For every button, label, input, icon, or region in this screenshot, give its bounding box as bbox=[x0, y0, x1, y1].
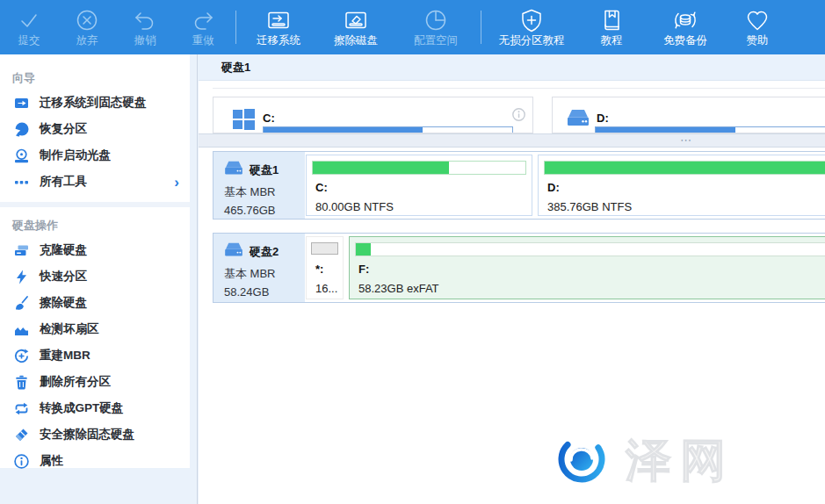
partition-label: F: bbox=[358, 263, 369, 276]
sidebar-item-all-tools[interactable]: 所有工具 › bbox=[0, 169, 190, 195]
redo-button[interactable]: 重做 bbox=[174, 0, 232, 54]
partition-d[interactable]: D: 385.76GB NTFS bbox=[538, 155, 825, 216]
sidebar-section-wizards: 向导 迁移系统到固态硬盘 恢复分区 制作启动光盘 所有工具 › bbox=[0, 54, 190, 195]
sidebar-item-label: 删除所有分区 bbox=[40, 374, 111, 390]
sidebar-item-delete-all-partitions[interactable]: 删除所有分区 bbox=[0, 369, 190, 395]
clone-disk-icon bbox=[14, 243, 29, 258]
sidebar-section-disk-operations: 硬盘操作 克隆硬盘 快速分区 擦除硬盘 检测坏扇区 bbox=[0, 207, 190, 474]
lossless-tutorial-button[interactable]: 无损分区教程 bbox=[485, 0, 578, 54]
sidebar-item-label: 重建MBR bbox=[40, 348, 90, 364]
partition-usage-fill bbox=[313, 162, 449, 174]
overview-card-c[interactable]: C: bbox=[213, 97, 533, 133]
partition-assistant-window: { "toolbar": { "items": [ { "label": "提交… bbox=[0, 0, 825, 504]
donate-label: 赞助 bbox=[747, 34, 769, 47]
delete-partitions-icon bbox=[14, 375, 29, 390]
usage-bar bbox=[263, 126, 513, 133]
all-tools-icon bbox=[14, 175, 29, 190]
watermark-text: 泽网 bbox=[626, 430, 735, 492]
sidebar-item-quick-partition[interactable]: 快速分区 bbox=[0, 263, 190, 290]
allocate-space-button[interactable]: 配置空间 bbox=[394, 0, 477, 54]
sidebar-item-migrate-os[interactable]: 迁移系统到固态硬盘 bbox=[0, 90, 190, 116]
divider-line bbox=[213, 88, 825, 89]
partition-info: 16... bbox=[315, 282, 337, 295]
main-panel: 硬盘1 C: D: ⋯ 硬盘 bbox=[199, 54, 825, 504]
partition-usage-fill bbox=[356, 243, 371, 256]
partition-usage-fill bbox=[545, 162, 825, 174]
drive-icon bbox=[567, 109, 590, 132]
disk1-header[interactable]: 硬盘1 基本 MBR 465.76GB bbox=[213, 152, 305, 219]
discard-button[interactable]: 放弃 bbox=[58, 0, 116, 54]
sidebar-item-label: 所有工具 bbox=[40, 174, 87, 190]
lossless-tutorial-label: 无损分区教程 bbox=[499, 34, 565, 47]
disk-name: 硬盘1 bbox=[250, 162, 279, 178]
splitter-dots: ⋯ bbox=[680, 134, 692, 146]
sidebar-item-label: 克隆硬盘 bbox=[40, 242, 87, 258]
wipe-disk-label: 擦除磁盘 bbox=[334, 34, 378, 47]
partition-f-selected[interactable]: F: 58.23GB exFAT bbox=[349, 236, 825, 299]
toolbar-separator bbox=[235, 11, 236, 44]
sidebar-item-clone-disk[interactable]: 克隆硬盘 bbox=[0, 237, 190, 263]
watermark-logo-icon bbox=[552, 430, 612, 492]
recover-partition-icon bbox=[14, 122, 29, 137]
sidebar-item-wipe-hdd[interactable]: 擦除硬盘 bbox=[0, 290, 190, 316]
partition-c[interactable]: C: 80.00GB NTFS bbox=[306, 155, 532, 216]
undo-button[interactable]: 撤销 bbox=[116, 0, 174, 54]
sidebar-item-label: 制作启动光盘 bbox=[40, 148, 111, 163]
overview-drive-label: C: bbox=[263, 112, 275, 125]
disk-icon bbox=[224, 161, 243, 180]
wipe-disk-button[interactable]: 擦除磁盘 bbox=[317, 0, 394, 54]
discard-label: 放弃 bbox=[76, 34, 98, 47]
heart-icon bbox=[744, 6, 771, 34]
migrate-os-icon bbox=[14, 96, 29, 111]
disk-tabstrip: 硬盘1 bbox=[199, 54, 825, 81]
redo-icon bbox=[190, 6, 216, 34]
partition-info: 80.00GB NTFS bbox=[315, 200, 394, 213]
tab-disk1[interactable]: 硬盘1 bbox=[199, 54, 250, 81]
sidebar-item-properties[interactable]: 属性 bbox=[0, 448, 190, 474]
free-backup-label: 免费备份 bbox=[663, 34, 707, 47]
free-backup-button[interactable]: 免费备份 bbox=[645, 0, 726, 54]
sidebar: 向导 迁移系统到固态硬盘 恢复分区 制作启动光盘 所有工具 › bbox=[0, 54, 190, 468]
migrate-system-label: 迁移系统 bbox=[257, 34, 300, 47]
windows-logo-icon bbox=[233, 109, 256, 133]
partition-unallocated[interactable]: *: 16... bbox=[306, 236, 344, 299]
migrate-disk-icon bbox=[265, 6, 292, 34]
overview-card-d[interactable]: D: bbox=[552, 97, 825, 133]
sidebar-item-label: 检测坏扇区 bbox=[40, 321, 99, 337]
partition-label: C: bbox=[315, 181, 328, 194]
disk2-header[interactable]: 硬盘2 基本 MBR 58.24GB bbox=[213, 234, 305, 302]
sidebar-item-label: 属性 bbox=[40, 453, 63, 469]
submit-label: 提交 bbox=[18, 34, 40, 47]
tutorial-button[interactable]: 教程 bbox=[578, 0, 645, 54]
sidebar-item-secure-erase-ssd[interactable]: 安全擦除固态硬盘 bbox=[0, 421, 190, 448]
sidebar-section-title: 硬盘操作 bbox=[0, 214, 190, 237]
toolbar: 提交 放弃 撤销 重做 迁移系统 擦除磁盘 配置空间 bbox=[0, 0, 825, 54]
undo-icon bbox=[132, 6, 158, 34]
watermark: 泽网 bbox=[552, 430, 735, 492]
cancel-icon bbox=[74, 6, 100, 34]
disk-type: 基本 MBR bbox=[224, 266, 305, 282]
migrate-system-button[interactable]: 迁移系统 bbox=[240, 0, 317, 54]
book-icon bbox=[598, 6, 625, 34]
sidebar-item-bootable-media[interactable]: 制作启动光盘 bbox=[0, 142, 190, 169]
sidebar-item-rebuild-mbr[interactable]: 重建MBR bbox=[0, 342, 190, 369]
partition-usage-bar bbox=[355, 242, 825, 256]
info-icon[interactable] bbox=[512, 108, 525, 121]
sidebar-item-label: 安全擦除固态硬盘 bbox=[40, 427, 134, 443]
splitter-handle[interactable]: ⋯ bbox=[199, 133, 825, 148]
sidebar-item-surface-test[interactable]: 检测坏扇区 bbox=[0, 316, 190, 342]
disk-row-2: 硬盘2 基本 MBR 58.24GB *: 16... F: 58.23GB e… bbox=[213, 233, 825, 303]
undo-label: 撤销 bbox=[134, 34, 156, 47]
submit-button[interactable]: 提交 bbox=[0, 0, 58, 54]
usage-bar-fill bbox=[264, 127, 423, 133]
sidebar-section-title: 向导 bbox=[0, 67, 190, 90]
sidebar-item-label: 快速分区 bbox=[40, 269, 87, 284]
sidebar-item-recover-partition[interactable]: 恢复分区 bbox=[0, 116, 190, 142]
usage-bar bbox=[595, 126, 825, 133]
properties-icon bbox=[14, 454, 29, 469]
check-icon bbox=[16, 6, 42, 34]
disk-size: 58.24GB bbox=[224, 285, 305, 299]
sidebar-item-convert-gpt[interactable]: 转换成GPT硬盘 bbox=[0, 395, 190, 421]
disk-type: 基本 MBR bbox=[224, 184, 305, 200]
donate-button[interactable]: 赞助 bbox=[726, 0, 789, 54]
